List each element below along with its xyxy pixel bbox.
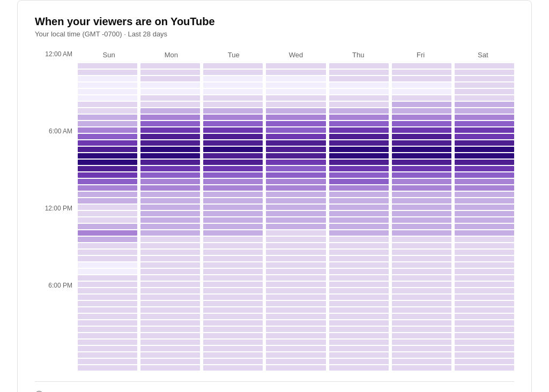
heat-cell: [78, 365, 137, 371]
heat-cell: [203, 365, 263, 371]
heat-cell: [329, 172, 389, 178]
heat-cell: [329, 147, 389, 152]
heat-cell: [78, 243, 137, 248]
heat-cell: [329, 352, 389, 358]
heat-cell: [266, 70, 325, 75]
heat-cell: [203, 307, 263, 313]
heat-cell: [78, 108, 137, 114]
heat-cell: [266, 307, 325, 313]
heat-cell: [78, 237, 137, 242]
heat-cell: [455, 102, 514, 107]
day-column: [329, 63, 389, 371]
heat-cell: [140, 211, 200, 216]
heat-cell: [203, 63, 263, 69]
heat-cell: [203, 127, 263, 133]
heat-cell: [140, 333, 200, 338]
heat-cell: [392, 282, 451, 287]
heat-cell: [392, 115, 451, 120]
heat-cell: [455, 314, 514, 319]
heat-cell: [455, 82, 514, 88]
heat-cell: [203, 179, 263, 184]
heat-cell: [266, 115, 325, 120]
heat-cell: [329, 108, 389, 114]
heat-cell: [78, 282, 137, 287]
heat-cell: [78, 95, 137, 101]
heat-cell: [140, 70, 200, 75]
heat-cell: [203, 160, 263, 165]
heat-cell: [140, 262, 200, 268]
heat-cell: [266, 95, 325, 101]
heat-cell: [392, 243, 451, 248]
heat-cell: [140, 205, 200, 210]
heat-cell: [203, 166, 263, 171]
heat-cell: [266, 359, 325, 364]
heat-cell: [329, 301, 389, 306]
heat-cell: [329, 179, 389, 184]
heat-cell: [455, 63, 514, 69]
heat-cell: [266, 295, 325, 300]
heat-cell: [392, 153, 451, 159]
heat-cell: [329, 256, 389, 261]
heat-cell: [266, 301, 325, 306]
heat-cell: [329, 320, 389, 326]
heat-cell: [329, 95, 389, 101]
heat-cell: [140, 147, 200, 152]
heat-cell: [329, 140, 389, 146]
heat-cell: [329, 205, 389, 210]
heat-cell: [140, 275, 200, 281]
heat-cell: [266, 333, 325, 338]
heat-cell: [140, 76, 200, 81]
heat-cell: [203, 205, 263, 210]
heat-cell: [455, 295, 514, 300]
heat-cell: [455, 307, 514, 313]
heat-cell: [455, 211, 514, 216]
heat-cell: [78, 153, 137, 159]
heat-cell: [203, 89, 263, 94]
day-header: Sun: [78, 51, 140, 61]
y-axis: 12:00 AM6:00 AM12:00 PM6:00 PM: [35, 51, 78, 358]
heat-cell: [140, 230, 200, 236]
heat-cell: [140, 346, 200, 351]
heat-cell: [203, 320, 263, 326]
heat-cell: [455, 160, 514, 165]
heat-cell: [78, 262, 137, 268]
heat-cell: [455, 166, 514, 171]
heat-cell: [266, 327, 325, 332]
heat-cell: [266, 134, 325, 139]
heat-cell: [266, 185, 325, 191]
heat-cell: [266, 340, 325, 345]
heat-cell: [455, 340, 514, 345]
heat-cell: [203, 237, 263, 242]
heat-cell: [203, 295, 263, 300]
heat-cell: [329, 365, 389, 371]
heat-cell: [203, 262, 263, 268]
heat-cell: [78, 115, 137, 120]
heat-cell: [78, 307, 137, 313]
heat-cell: [329, 333, 389, 338]
heat-cell: [78, 70, 137, 75]
day-column: [140, 63, 200, 371]
heatmap-columns: [78, 63, 514, 371]
heat-cell: [203, 185, 263, 191]
heat-cell: [140, 102, 200, 107]
heat-cell: [203, 198, 263, 203]
heat-cell: [329, 102, 389, 107]
heat-cell: [455, 115, 514, 120]
heat-cell: [266, 76, 325, 81]
heat-cell: [455, 365, 514, 371]
heat-cell: [78, 121, 137, 126]
heat-cell: [266, 121, 325, 126]
heat-cell: [78, 275, 137, 281]
heat-cell: [140, 282, 200, 287]
heat-cell: [455, 333, 514, 338]
heat-cell: [203, 359, 263, 364]
heat-cell: [329, 269, 389, 274]
heat-cell: [78, 250, 137, 255]
heat-cell: [78, 211, 137, 216]
heat-cell: [329, 192, 389, 197]
heat-cell: [266, 262, 325, 268]
heat-cell: [203, 211, 263, 216]
heat-cell: [329, 160, 389, 165]
heat-cell: [78, 359, 137, 364]
heat-cell: [78, 147, 137, 152]
